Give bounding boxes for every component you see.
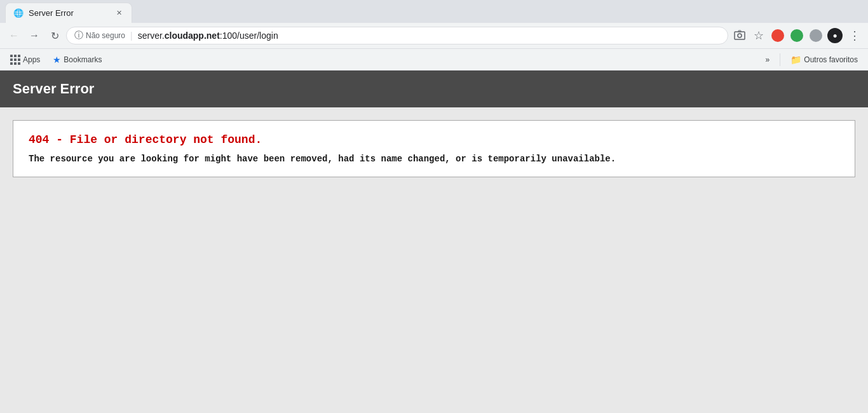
outros-favoritos-bookmark[interactable]: 📁 Outros favoritos: [785, 52, 863, 67]
forward-button[interactable]: →: [25, 27, 43, 44]
bookmarks-folder[interactable]: ★ Bookmarks: [48, 52, 107, 67]
profile-gray-button[interactable]: [807, 27, 825, 44]
bookmarks-bar: Apps ★ Bookmarks » 📁 Outros favoritos: [0, 48, 868, 70]
profile-green-button[interactable]: [788, 27, 806, 44]
more-bookmarks-label: »: [766, 55, 770, 64]
tab-title: Server Error: [29, 8, 109, 18]
address-url: server.cloudapp.net:100/user/login: [138, 30, 720, 41]
tab-close-button[interactable]: ✕: [114, 8, 124, 18]
svg-rect-1: [738, 30, 741, 32]
nav-bar: ← → ↻ ⓘ Não seguro | server.cloudapp.net…: [0, 23, 868, 48]
back-button[interactable]: ←: [5, 27, 23, 44]
svg-rect-0: [735, 32, 745, 39]
profile-green-icon: [790, 29, 803, 42]
error-title: 404 - File or directory not found.: [29, 133, 839, 146]
svg-point-2: [738, 34, 742, 37]
lock-icon: ⓘ: [74, 30, 83, 41]
more-icon: ⋮: [849, 29, 860, 43]
tab-favicon: 🌐: [13, 8, 24, 18]
url-domain: cloudapp.net: [165, 30, 220, 41]
bookmark-separator: [780, 53, 780, 66]
apps-bookmark[interactable]: Apps: [5, 52, 45, 67]
error-description: The resource you are looking for might h…: [29, 154, 839, 164]
folder-icon: 📁: [790, 55, 801, 65]
grid-icon: [10, 55, 20, 65]
page-content: 404 - File or directory not found. The r…: [0, 107, 868, 413]
server-error-header: Server Error: [0, 71, 868, 107]
nav-actions: ☆ ● ⋮: [731, 27, 863, 44]
security-indicator: ⓘ Não seguro: [74, 30, 125, 41]
reload-button[interactable]: ↻: [46, 27, 64, 44]
more-bookmarks-button[interactable]: »: [761, 53, 775, 67]
outros-label: Outros favoritos: [804, 55, 858, 64]
url-prefix: server.: [138, 30, 165, 41]
profile-red-button[interactable]: [769, 27, 787, 44]
error-box: 404 - File or directory not found. The r…: [13, 120, 855, 177]
url-suffix: :100/user/login: [220, 30, 278, 41]
browser-chrome: 🌐 Server Error ✕ ← → ↻ ⓘ Não seguro | se…: [0, 0, 868, 71]
bookmark-star-button[interactable]: ☆: [750, 27, 768, 44]
profile-user-button[interactable]: ●: [826, 27, 844, 44]
address-separator: |: [130, 30, 133, 41]
bookmarks-label: Bookmarks: [64, 55, 102, 64]
apps-label: Apps: [23, 55, 40, 64]
profile-gray-icon: [810, 29, 822, 42]
profile-red-icon: [771, 29, 784, 42]
profile-user-icon: ●: [827, 28, 843, 43]
star-icon: ☆: [754, 29, 764, 43]
screenshot-button[interactable]: [731, 27, 749, 44]
address-bar[interactable]: ⓘ Não seguro | server.cloudapp.net:100/u…: [66, 27, 728, 44]
security-text: Não seguro: [86, 31, 125, 40]
server-error-title: Server Error: [13, 81, 94, 97]
more-options-button[interactable]: ⋮: [845, 27, 863, 44]
active-tab[interactable]: 🌐 Server Error ✕: [5, 3, 132, 23]
tab-bar: 🌐 Server Error ✕: [0, 0, 868, 23]
bookmarks-star-icon: ★: [53, 55, 61, 65]
